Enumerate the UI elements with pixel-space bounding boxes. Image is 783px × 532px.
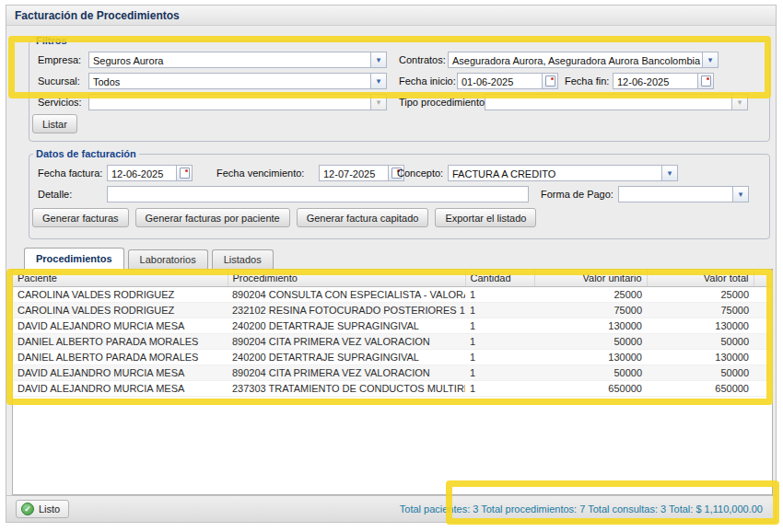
billing-legend: Datos de facturación (33, 148, 139, 159)
tab-label: Procedimientos (36, 253, 112, 264)
column-header-cantidad[interactable]: Cantidad (465, 270, 534, 286)
contratos-label: Contratos: (399, 54, 446, 65)
calendar-trigger[interactable] (542, 74, 557, 88)
cell-valor-total: 25000 (647, 286, 754, 302)
tipo-procedimiento-label: Tipo procedimiento: (399, 97, 487, 108)
cell-spare (754, 302, 772, 318)
cell-procedimiento: 890204 CONSULTA CON ESPECIALISTA - VALOR… (228, 286, 465, 302)
concepto-select[interactable]: FACTURA A CREDITO ▾ (448, 165, 678, 181)
fecha-vencimiento-label: Fecha vencimiento: (216, 168, 304, 179)
column-header-valor-total[interactable]: Valor total (647, 270, 754, 286)
cell-spare (754, 349, 772, 364)
concepto-value: FACTURA A CREDITO (449, 166, 661, 180)
cell-procedimiento: 232102 RESINA FOTOCURADO POSTERIORES 1 S… (228, 302, 465, 318)
tab-laboratorios[interactable]: Laboratorios (128, 249, 208, 269)
cell-cantidad: 1 (465, 333, 534, 349)
cell-spare (754, 318, 772, 333)
servicios-select[interactable]: ▾ (88, 94, 387, 110)
contratos-value: Aseguradora Aurora, Aseguradora Aurora B… (449, 52, 702, 67)
fecha-inicio-label: Fecha inicio: (399, 75, 456, 87)
cell-valor-unitario: 50000 (534, 364, 647, 380)
fecha-vencimiento-field[interactable]: 12-07-2025 (319, 165, 404, 181)
calendar-trigger[interactable] (697, 74, 713, 88)
column-header-paciente[interactable]: Paciente (13, 270, 228, 286)
fecha-fin-label: Fecha fin: (565, 75, 609, 87)
status-text: Listo (39, 503, 60, 515)
chevron-down-icon[interactable]: ▾ (370, 52, 386, 67)
cell-paciente: CAROLINA VALDES RODRIGUEZ (13, 286, 228, 302)
cell-procedimiento: 890204 CITA PRIMERA VEZ VALORACION (228, 364, 465, 380)
empresa-select[interactable]: Seguros Aurora ▾ (88, 52, 387, 68)
cell-paciente: CAROLINA VALDES RODRIGUEZ (13, 302, 228, 318)
chevron-down-icon[interactable]: ▾ (370, 74, 386, 88)
cell-valor-total: 50000 (647, 333, 754, 349)
cell-valor-unitario: 50000 (534, 333, 647, 349)
procedures-grid: Paciente Procedimiento Cantidad Valor un… (12, 270, 773, 495)
fecha-fin-field[interactable]: 12-06-2025 (613, 73, 714, 89)
cell-paciente: DAVID ALEJANDRO MURCIA MESA (13, 318, 228, 333)
cell-valor-unitario: 130000 (534, 349, 647, 364)
cell-cantidad: 1 (465, 318, 534, 333)
tipo-procedimiento-select[interactable]: ▾ (485, 94, 748, 110)
tab-listados[interactable]: Listados (212, 249, 274, 269)
fecha-fin-value: 12-06-2025 (614, 74, 697, 88)
forma-pago-select[interactable]: ▾ (618, 186, 749, 202)
generar-facturas-button[interactable]: Generar facturas (32, 208, 129, 227)
calendar-icon (701, 75, 711, 87)
servicios-label: Servicios: (38, 97, 82, 108)
cell-valor-unitario: 25000 (534, 286, 647, 302)
generar-factura-capitado-button[interactable]: Generar factura capitado (297, 208, 429, 227)
procedures-table: Paciente Procedimiento Cantidad Valor un… (13, 270, 773, 397)
detalle-value (108, 187, 528, 202)
sucursal-label: Sucursal: (38, 75, 80, 87)
tab-procedimientos[interactable]: Procedimientos (24, 248, 124, 270)
fecha-vencimiento-value: 12-07-2025 (320, 166, 388, 180)
cell-procedimiento: 890204 CITA PRIMERA VEZ VALORACION (228, 333, 465, 349)
table-header-row: Paciente Procedimiento Cantidad Valor un… (13, 270, 772, 286)
listar-button[interactable]: Listar (32, 114, 77, 133)
forma-pago-label: Forma de Pago: (541, 189, 614, 200)
fecha-inicio-value: 01-06-2025 (458, 74, 542, 88)
cell-valor-unitario: 130000 (534, 318, 647, 333)
check-circle-icon: ✓ (21, 503, 34, 515)
table-row[interactable]: DAVID ALEJANDRO MURCIA MESA 890204 CITA … (13, 364, 772, 380)
column-header-valor-unitario[interactable]: Valor unitario (534, 270, 647, 286)
contratos-select[interactable]: Aseguradora Aurora, Aseguradora Aurora B… (448, 52, 719, 68)
sucursal-value: Todos (89, 74, 370, 88)
table-row[interactable]: DANIEL ALBERTO PARADA MORALES 890204 CIT… (13, 333, 772, 349)
empresa-label: Empresa: (38, 54, 81, 65)
table-row[interactable]: DAVID ALEJANDRO MURCIA MESA 237303 TRATA… (13, 380, 772, 396)
calendar-icon (545, 75, 555, 87)
table-row[interactable]: DANIEL ALBERTO PARADA MORALES 240200 DET… (13, 349, 772, 364)
column-header-procedimiento[interactable]: Procedimiento (228, 270, 465, 286)
table-row[interactable]: DAVID ALEJANDRO MURCIA MESA 240200 DETAR… (13, 318, 772, 333)
totals-summary: Total pacientes: 3 Total procedimientos:… (400, 503, 766, 515)
fecha-factura-field[interactable]: 12-06-2025 (107, 165, 193, 181)
table-row[interactable]: CAROLINA VALDES RODRIGUEZ 232102 RESINA … (13, 302, 772, 318)
cell-valor-unitario: 75000 (534, 302, 647, 318)
calendar-trigger[interactable] (176, 166, 192, 180)
chevron-down-icon[interactable]: ▾ (732, 187, 748, 202)
filters-legend: Filtros (33, 35, 70, 46)
exportar-listado-button[interactable]: Exportar el listado (435, 208, 536, 227)
tab-strip: Procedimientos Laboratorios Listados (12, 247, 773, 270)
tab-label: Laboratorios (140, 254, 196, 265)
chevron-down-icon: ▾ (370, 95, 386, 110)
cell-paciente: DAVID ALEJANDRO MURCIA MESA (13, 380, 228, 396)
page-title: Facturación de Procedimientos (15, 9, 180, 22)
fecha-factura-label: Fecha factura: (38, 168, 102, 179)
cell-valor-total: 130000 (647, 318, 754, 333)
table-row[interactable]: CAROLINA VALDES RODRIGUEZ 890204 CONSULT… (13, 286, 772, 302)
generar-facturas-por-paciente-button[interactable]: Generar facturas por paciente (135, 208, 290, 227)
forma-pago-value (619, 187, 732, 202)
cell-paciente: DANIEL ALBERTO PARADA MORALES (13, 349, 228, 364)
detalle-input[interactable] (107, 186, 529, 202)
fecha-inicio-field[interactable]: 01-06-2025 (457, 73, 558, 89)
cell-valor-total: 130000 (647, 349, 754, 364)
cell-procedimiento: 237303 TRATAMIENTO DE CONDUCTOS MULTIRRA… (228, 380, 465, 396)
sucursal-select[interactable]: Todos ▾ (88, 73, 387, 89)
chevron-down-icon[interactable]: ▾ (702, 52, 718, 67)
chevron-down-icon[interactable]: ▾ (661, 166, 677, 180)
tipo-procedimiento-value (485, 95, 731, 110)
cell-spare (754, 286, 772, 302)
